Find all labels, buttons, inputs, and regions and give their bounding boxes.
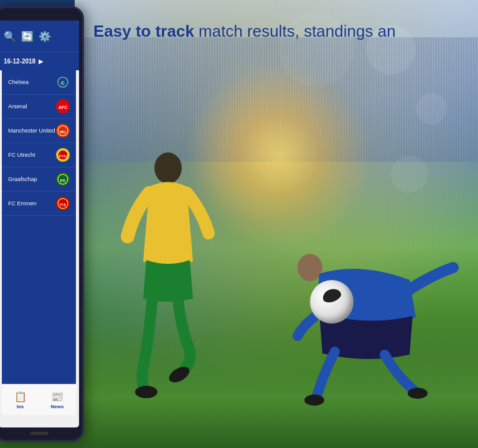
svg-point-3 [298,254,322,281]
svg-point-4 [304,394,324,406]
team-badge-graafschap: DG [56,172,70,186]
player-yellow [106,118,230,398]
header-banner: Easy to track match results, standings a… [81,12,478,50]
team-item-manutd[interactable]: Manchester United MU [2,119,76,143]
nav-item-news[interactable]: 📰 News [51,391,64,409]
soccer-ball [310,280,354,324]
date-arrow[interactable]: ▶ [39,58,44,65]
team-name-fcemmen: FC Emmen [8,200,37,207]
team-name-fcutrecht: FC Utrecht [8,152,35,159]
team-name-arsenal: Arsenal [8,103,27,110]
nav-label-news: News [51,404,64,409]
refresh-icon[interactable]: 🔄 [21,30,34,42]
team-badge-chelsea: C [56,75,70,89]
search-icon[interactable]: 🔍 [4,30,16,42]
date-bar[interactable]: 16-12-2018 ▶ [0,52,79,70]
svg-point-5 [408,388,428,399]
results-icon: 📋 [14,391,27,403]
team-badge-fcutrecht: FCU [56,148,70,162]
svg-text:MU: MU [60,130,65,134]
home-button[interactable] [30,432,49,435]
nav-label-results: tes [17,404,24,409]
team-badge-fcemmen: FCE [56,197,70,210]
team-item-arsenal[interactable]: Arsenal AFC [2,95,76,119]
team-name-graafschap: Graafschap [8,176,37,183]
svg-point-0 [154,152,182,184]
team-list: Chelsea C Arsenal AFC [2,70,76,384]
team-item-chelsea[interactable]: Chelsea C [2,70,76,95]
svg-text:FCE: FCE [60,203,67,207]
nav-item-results[interactable]: 📋 tes [14,391,27,409]
svg-text:DG: DG [60,179,66,182]
svg-text:AFC: AFC [59,105,67,110]
phone-mockup: 🔍 🔄 ⚙️ 16-12-2018 ▶ Chelsea C [0,0,87,448]
page-title: Easy to track match results, standings a… [93,22,466,41]
date-label: 16-12-2018 [4,58,35,65]
team-item-fcutrecht[interactable]: FC Utrecht FCU [2,143,76,167]
bottom-nav: 📋 tes 📰 News [2,384,76,415]
app-topbar: 🔍 🔄 ⚙️ [0,21,79,52]
team-badge-manutd: MU [56,124,70,138]
team-item-fcemmen[interactable]: FC Emmen FCE [2,192,76,216]
svg-text:C: C [61,80,65,86]
team-badge-arsenal: AFC [56,100,70,113]
svg-point-1 [135,386,157,398]
settings-icon[interactable]: ⚙️ [39,30,51,42]
bokeh-4 [391,156,428,193]
team-item-graafschap[interactable]: Graafschap DG [2,167,76,192]
phone-body: 🔍 🔄 ⚙️ 16-12-2018 ▶ Chelsea C [0,6,84,442]
svg-text:FCU: FCU [59,154,67,158]
bokeh-2 [416,93,447,124]
news-icon: 📰 [51,391,63,403]
phone-screen: 🔍 🔄 ⚙️ 16-12-2018 ▶ Chelsea C [0,21,79,427]
team-name-chelsea: Chelsea [8,79,29,86]
team-name-manutd: Manchester United [8,128,55,134]
